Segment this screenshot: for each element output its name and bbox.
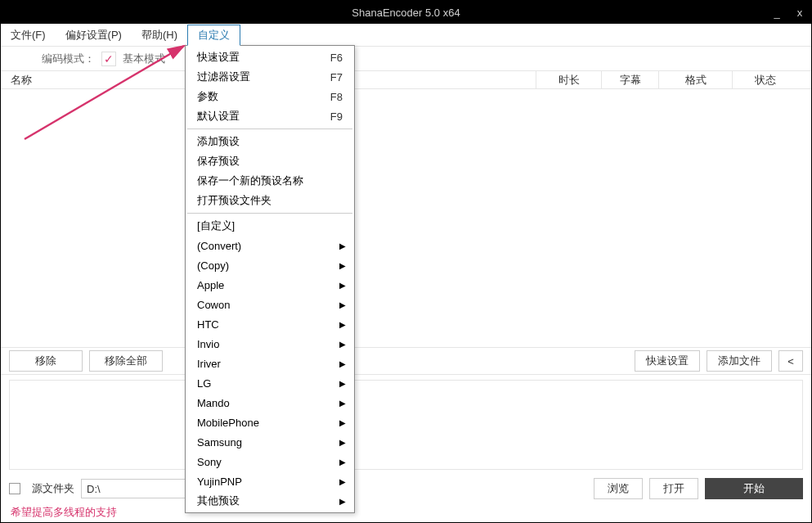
- quick-setup-button[interactable]: 快速设置: [635, 350, 700, 372]
- menu-item-label: 添加预设: [197, 134, 343, 149]
- menu-item-htc[interactable]: HTC▶: [186, 314, 354, 334]
- menu-item-[interactable]: 添加预设: [186, 132, 354, 151]
- menu-item-samsung[interactable]: Samsung▶: [186, 432, 354, 452]
- menu-item-label: Apple: [197, 279, 343, 291]
- menu-item-mobilephone[interactable]: MobilePhone▶: [186, 413, 354, 432]
- menu-separator: [187, 213, 352, 214]
- close-button[interactable]: x: [788, 1, 811, 24]
- col-format[interactable]: 格式: [659, 71, 733, 88]
- submenu-arrow-icon: ▶: [339, 399, 346, 408]
- menu-shortcut: F8: [330, 91, 343, 103]
- menu-item-[interactable]: 其他预设▶: [186, 491, 354, 511]
- menu-shortcut: F7: [330, 71, 343, 83]
- menu-shortcut: F6: [330, 52, 343, 64]
- menu-item-[interactable]: 保存一个新的预设名称: [186, 171, 354, 191]
- menu-shortcut: F9: [330, 110, 343, 123]
- open-button[interactable]: 打开: [649, 478, 698, 499]
- file-list-area[interactable]: [1, 89, 811, 347]
- menu-item-label: 其他预设: [197, 494, 343, 508]
- menu-item-invio[interactable]: Invio▶: [186, 334, 354, 354]
- encode-mode-value: 基本模式: [123, 52, 165, 66]
- path-row: 源文件夹 浏览 打开 开始: [1, 475, 811, 503]
- menu-item-[interactable]: 快速设置F6: [186, 47, 354, 67]
- collapse-button[interactable]: <: [778, 350, 803, 372]
- menu-item-label: YujinPNP: [197, 476, 343, 488]
- menu-custom[interactable]: 自定义: [187, 25, 240, 46]
- minimize-button[interactable]: _: [765, 1, 788, 24]
- menu-item-label: Invio: [197, 338, 343, 350]
- menu-item-label: Sony: [197, 456, 343, 468]
- menu-preferences[interactable]: 偏好设置(P): [56, 25, 132, 46]
- menu-item-label: Mando: [197, 397, 343, 409]
- add-file-button[interactable]: 添加文件: [707, 350, 772, 372]
- menu-item-label: 快速设置: [197, 50, 330, 65]
- source-folder-label: 源文件夹: [32, 481, 74, 496]
- menu-item-[interactable]: 参数F8: [186, 87, 354, 106]
- submenu-arrow-icon: ▶: [339, 241, 346, 250]
- menu-item-label: 保存一个新的预设名称: [197, 174, 343, 188]
- menu-item-label: HTC: [197, 318, 343, 331]
- status-bar: 希望提高多线程的支持: [1, 503, 811, 522]
- menu-item-label: 参数: [197, 89, 330, 104]
- menu-help[interactable]: 帮助(H): [132, 25, 187, 46]
- custom-dropdown-menu: 快速设置F6过滤器设置F7参数F8默认设置F9 添加预设保存预设保存一个新的预设…: [185, 45, 355, 513]
- submenu-arrow-icon: ▶: [339, 340, 346, 349]
- table-header: 名称 时长 字幕 格式 状态: [1, 71, 811, 89]
- menu-file[interactable]: 文件(F): [1, 25, 56, 46]
- menu-item-cowon[interactable]: Cowon▶: [186, 295, 354, 314]
- status-link[interactable]: 希望提高多线程的支持: [11, 505, 117, 520]
- submenu-arrow-icon: ▶: [339, 458, 346, 467]
- menu-item-label: (Convert): [197, 240, 343, 252]
- submenu-arrow-icon: ▶: [339, 261, 346, 270]
- menu-item-label: 保存预设: [197, 154, 343, 169]
- start-button[interactable]: 开始: [705, 478, 803, 499]
- col-status[interactable]: 状态: [733, 71, 798, 88]
- window-title: ShanaEncoder 5.0 x64: [352, 7, 460, 19]
- submenu-arrow-icon: ▶: [339, 300, 346, 309]
- menu-item-iriver[interactable]: Iriver▶: [186, 354, 354, 373]
- menu-item-label: Samsung: [197, 436, 343, 449]
- menu-item-lg[interactable]: LG▶: [186, 373, 354, 393]
- menu-item-mando[interactable]: Mando▶: [186, 393, 354, 413]
- submenu-arrow-icon: ▶: [339, 418, 346, 427]
- menu-item-convert[interactable]: (Convert)▶: [186, 236, 354, 255]
- browse-button[interactable]: 浏览: [594, 478, 643, 499]
- menu-item-label: 过滤器设置: [197, 70, 330, 84]
- menu-item-copy[interactable]: (Copy)▶: [186, 255, 354, 275]
- menu-item-label: Cowon: [197, 299, 343, 311]
- toolbar: 编码模式： ✓ 基本模式: [1, 47, 811, 71]
- col-duration[interactable]: 时长: [536, 71, 602, 88]
- menu-item-label: MobilePhone: [197, 417, 343, 429]
- submenu-arrow-icon: ▶: [339, 320, 346, 329]
- titlebar: ShanaEncoder 5.0 x64 _ x: [1, 1, 811, 24]
- encode-mode-label: 编码模式：: [42, 52, 95, 66]
- menu-item-label: Iriver: [197, 358, 343, 370]
- preview-area: [9, 380, 803, 470]
- menu-item-sony[interactable]: Sony▶: [186, 452, 354, 471]
- menu-item-[interactable]: 过滤器设置F7: [186, 67, 354, 87]
- menu-item-apple[interactable]: Apple▶: [186, 275, 354, 295]
- submenu-arrow-icon: ▶: [339, 477, 346, 486]
- submenu-arrow-icon: ▶: [339, 497, 346, 506]
- menu-item-[interactable]: [自定义]: [186, 216, 354, 236]
- source-folder-checkbox[interactable]: [9, 483, 20, 494]
- menubar: 文件(F) 偏好设置(P) 帮助(H) 自定义: [1, 24, 811, 47]
- menu-item-label: 默认设置: [197, 109, 330, 124]
- menu-item-[interactable]: 打开预设文件夹: [186, 191, 354, 210]
- remove-all-button[interactable]: 移除全部: [89, 350, 163, 372]
- check-icon[interactable]: ✓: [101, 52, 116, 66]
- menu-item-[interactable]: 保存预设: [186, 151, 354, 171]
- col-subtitle[interactable]: 字幕: [602, 71, 659, 88]
- menu-item-label: LG: [197, 377, 343, 390]
- menu-separator: [187, 128, 352, 129]
- menu-item-label: 打开预设文件夹: [197, 193, 343, 208]
- remove-button[interactable]: 移除: [9, 350, 83, 372]
- menu-item-[interactable]: 默认设置F9: [186, 106, 354, 126]
- button-row-1: 移除 移除全部 快速设置 添加文件 <: [1, 347, 811, 375]
- submenu-arrow-icon: ▶: [339, 379, 346, 388]
- menu-item-yujinpnp[interactable]: YujinPNP▶: [186, 471, 354, 491]
- menu-item-label: (Copy): [197, 259, 343, 272]
- submenu-arrow-icon: ▶: [339, 438, 346, 447]
- submenu-arrow-icon: ▶: [339, 281, 346, 290]
- menu-item-label: [自定义]: [197, 219, 343, 233]
